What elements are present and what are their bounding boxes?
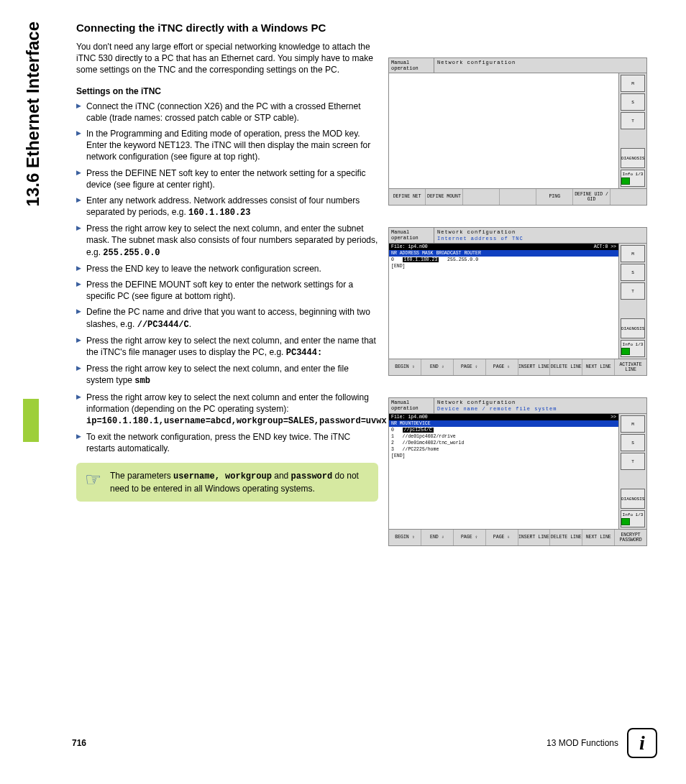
softkey-begin[interactable]: BEGIN ⇧ — [389, 359, 421, 375]
list-item: Connect the iTNC (connection X26) and th… — [76, 101, 378, 124]
subheading: Settings on the iTNC — [76, 86, 378, 96]
list-item: Enter any network address. Network addre… — [76, 195, 378, 218]
side-button-diagnosis[interactable]: DIAGNOSIS — [621, 148, 645, 168]
softkey-delete-line[interactable]: DELETE LINE — [550, 530, 582, 545]
softkey-page-down[interactable]: PAGE ⇩ — [486, 359, 518, 375]
table-row[interactable]: 2 //De01mc4082/tnc_world — [389, 440, 618, 446]
side-button-m[interactable]: M — [621, 75, 645, 92]
softkey-page-down[interactable]: PAGE ⇩ — [486, 530, 518, 545]
figure-column: Manual operation Network configuration M… — [388, 57, 647, 568]
side-button-diagnosis[interactable]: DIAGNOSIS — [621, 318, 645, 338]
info-icon: i — [627, 728, 657, 758]
list-item: Press the END key to leave the network c… — [76, 263, 378, 275]
mode-label: Manual operation — [389, 228, 434, 243]
note-box: ☞ The parameters username, workgroup and… — [76, 463, 378, 501]
softkey-page-up[interactable]: PAGE ⇧ — [454, 530, 486, 545]
side-button-diagnosis[interactable]: DIAGNOSIS — [621, 489, 645, 509]
note-text: The parameters username, workgroup and p… — [110, 470, 370, 494]
softkey-empty — [463, 189, 500, 205]
softkey-insert-line[interactable]: INSERT LINE — [518, 359, 551, 375]
table-row: [END] — [389, 453, 618, 459]
softkey-empty — [610, 189, 646, 205]
table-row: [END] — [389, 263, 618, 269]
softkey-end[interactable]: END ⇩ — [421, 530, 454, 545]
softkey-begin[interactable]: BEGIN ⇧ — [389, 530, 421, 545]
softkey-page-up[interactable]: PAGE ⇧ — [454, 359, 486, 375]
side-button-info[interactable]: Info 1/3 — [621, 170, 645, 187]
list-item: In the Programming and Editing mode of o… — [76, 128, 378, 163]
softkey-encrypt-password[interactable]: ENCRYPT PASSWORD — [615, 530, 646, 545]
softkey-define-net[interactable]: DEFINE NET — [389, 189, 426, 205]
side-button-s[interactable]: S — [621, 434, 645, 451]
softkey-define-uid-gid[interactable]: DEFINE UID / GID — [573, 189, 610, 205]
figure-network-config-main: Manual operation Network configuration M… — [388, 57, 647, 206]
softkey-activate-line[interactable]: ACTIVATE LINE — [615, 359, 646, 375]
list-item: Press the right arrow key to select the … — [76, 363, 378, 387]
softkey-define-mount[interactable]: DEFINE MOUNT — [426, 189, 462, 205]
screen-title: Network configuration Internet address o… — [434, 228, 646, 243]
softkey-insert-line[interactable]: INSERT LINE — [518, 530, 551, 545]
intro-paragraph: You don't need any large effort or speci… — [76, 41, 378, 76]
page-number: 716 — [72, 738, 86, 748]
table-row[interactable]: 0 160.1.180.23 255.255.0.0 — [389, 257, 618, 263]
side-button-m[interactable]: M — [621, 245, 645, 262]
column-headers: NR MOUNTDEVICE — [389, 420, 618, 427]
table-row[interactable]: 3 //PC2225/home — [389, 446, 618, 453]
pointing-hand-icon: ☞ — [85, 470, 101, 489]
page-footer: 716 13 MOD Functions i — [72, 728, 657, 758]
list-item: Press the DEFINE NET soft key to enter t… — [76, 167, 378, 190]
figure-network-config-device: Manual operation Network configuration D… — [388, 397, 647, 546]
side-button-t[interactable]: T — [621, 453, 645, 470]
side-button-info[interactable]: Info 1/3 — [621, 340, 645, 357]
softkey-delete-line[interactable]: DELETE LINE — [550, 359, 582, 375]
section-tab: 13.6 Ethernet Interface — [23, 22, 43, 206]
list-item: Press the DEFINE MOUNT soft key to enter… — [76, 279, 378, 302]
figure-network-config-address: Manual operation Network configuration I… — [388, 227, 647, 376]
table-row[interactable]: 1 //de01pc4082/rdrive — [389, 433, 618, 440]
accent-bar — [23, 399, 39, 442]
mode-label: Manual operation — [389, 398, 434, 413]
list-item: Define the PC name and drive that you wa… — [76, 306, 378, 330]
list-item: Press the right arrow key to select the … — [76, 223, 378, 259]
side-button-s[interactable]: S — [621, 264, 645, 281]
softkey-empty — [500, 189, 536, 205]
list-item: Press the right arrow key to select the … — [76, 335, 378, 359]
screen-title: Network configuration Device name / remo… — [434, 398, 646, 413]
list-item: Press the right arrow key to select the … — [76, 392, 378, 428]
mode-label: Manual operation — [389, 58, 434, 73]
softkey-next-line[interactable]: NEXT LINE — [582, 359, 615, 375]
softkey-next-line[interactable]: NEXT LINE — [582, 530, 615, 545]
softkey-end[interactable]: END ⇩ — [421, 359, 454, 375]
softkey-ping[interactable]: PING — [536, 189, 573, 205]
side-button-t[interactable]: T — [621, 112, 645, 129]
side-button-t[interactable]: T — [621, 282, 645, 300]
instruction-list: Connect the iTNC (connection X26) and th… — [76, 101, 378, 455]
side-button-s[interactable]: S — [621, 93, 645, 111]
page-heading: Connecting the iTNC directly with a Wind… — [76, 22, 378, 34]
side-button-m[interactable]: M — [621, 415, 645, 433]
list-item: To exit the network configuration, press… — [76, 431, 378, 454]
table-row[interactable]: 0 //pc1254/C — [389, 427, 618, 433]
chapter-label: 13 MOD Functions — [546, 738, 618, 748]
screen-title: Network configuration — [434, 58, 646, 73]
side-button-info[interactable]: Info 1/3 — [621, 510, 645, 527]
column-headers: NR ADDRESS MASK BROADCAST ROUTER — [389, 250, 618, 257]
